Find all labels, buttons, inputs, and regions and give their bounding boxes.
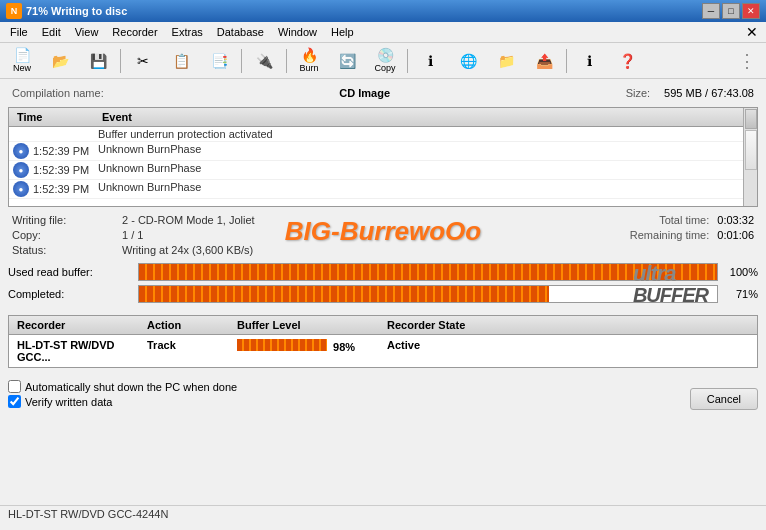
completed-fill xyxy=(139,286,549,302)
compilation-name-label: Compilation name: xyxy=(12,87,104,99)
copy-row: Copy: 1 / 1 xyxy=(8,228,383,242)
sep2 xyxy=(241,49,242,73)
cut-button[interactable]: ✂ xyxy=(125,46,161,76)
paste-button[interactable]: 📑 xyxy=(201,46,237,76)
verify-checkbox[interactable] xyxy=(8,395,21,408)
log-event-2: Unknown BurnPhase xyxy=(98,162,753,178)
log-row-0: Buffer underrun protection activated xyxy=(9,127,757,142)
total-time-value: 0:03:32 xyxy=(717,214,754,226)
menu-database[interactable]: Database xyxy=(211,24,270,40)
menu-help[interactable]: Help xyxy=(325,24,360,40)
verify-label[interactable]: Verify written data xyxy=(25,396,112,408)
read-buffer-label: Used read buffer: xyxy=(8,266,138,278)
log-container: Time Event Buffer underrun protection ac… xyxy=(8,107,758,207)
maximize-button[interactable]: □ xyxy=(722,3,740,19)
log-scrollbar[interactable] xyxy=(743,108,757,206)
log-time-2: ● 1:52:39 PM xyxy=(13,162,98,178)
save-button[interactable]: 💾 xyxy=(80,46,116,76)
remaining-time-value: 0:01:06 xyxy=(717,229,754,241)
status-text: HL-DT-ST RW/DVD GCC-4244N xyxy=(8,508,168,520)
rec-state-0: Active xyxy=(383,338,753,364)
log-icon-3: ● xyxy=(13,181,29,197)
status-row: Status: Writing at 24x (3,600 KB/s) xyxy=(8,243,383,257)
burn-label: Burn xyxy=(299,63,318,73)
log-col-time: Time xyxy=(13,110,98,124)
menu-edit[interactable]: Edit xyxy=(36,24,67,40)
paste-icon: 📑 xyxy=(211,54,228,68)
menu-recorder[interactable]: Recorder xyxy=(106,24,163,40)
menu-view[interactable]: View xyxy=(69,24,105,40)
copy-button[interactable]: 💿 Copy xyxy=(367,46,403,76)
minimize-button[interactable]: ─ xyxy=(702,3,720,19)
copy-icon: 💿 xyxy=(377,48,394,62)
new-button[interactable]: 📄 New xyxy=(4,46,40,76)
web-button[interactable]: 🌐 xyxy=(450,46,486,76)
device-button[interactable]: 🔌 xyxy=(246,46,282,76)
recorder-row-0: HL-DT-ST RW/DVD GCC... Track 98% Active xyxy=(9,335,757,367)
read-buffer-pct: 100% xyxy=(718,266,758,278)
toolbar: 📄 New 📂 💾 ✂ 📋 📑 🔌 🔥 Burn 🔄 💿 Copy ℹ 🌐 📁 xyxy=(0,43,766,79)
rec-buf-pct: 98% xyxy=(333,341,355,353)
log-header: Time Event xyxy=(9,108,757,127)
rec-col-buffer: Buffer Level xyxy=(233,318,383,332)
about-button[interactable]: ℹ xyxy=(571,46,607,76)
compilation-bar: Compilation name: CD Image Size: 595 MB … xyxy=(8,85,758,101)
read-buffer-bar xyxy=(138,263,718,281)
copy-label: Copy xyxy=(374,63,395,73)
auto-shutdown-label[interactable]: Automatically shut down the PC when done xyxy=(25,381,237,393)
status-value: Writing at 24x (3,600 KB/s) xyxy=(122,244,253,256)
status-bar: HL-DT-ST RW/DVD GCC-4244N xyxy=(0,505,766,522)
title-bar: N 71% Writing to disc ─ □ ✕ xyxy=(0,0,766,22)
copy-value: 1 / 1 xyxy=(122,229,143,241)
refresh-icon: 🔄 xyxy=(339,54,356,68)
log-time-0 xyxy=(13,128,98,140)
new-icon: 📄 xyxy=(14,48,31,62)
menu-file[interactable]: File xyxy=(4,24,34,40)
log-event-1: Unknown BurnPhase xyxy=(98,143,753,159)
compilation-name-value: CD Image xyxy=(114,87,616,99)
new-label: New xyxy=(13,63,31,73)
cancel-button[interactable]: Cancel xyxy=(690,388,758,410)
remaining-time-label: Remaining time: xyxy=(630,229,709,241)
recorder-header: Recorder Action Buffer Level Recorder St… xyxy=(9,316,757,335)
recorder-table: Recorder Action Buffer Level Recorder St… xyxy=(8,315,758,368)
burn-button[interactable]: 🔥 Burn xyxy=(291,46,327,76)
cut-icon: ✂ xyxy=(137,54,149,68)
log-time-3: ● 1:52:39 PM xyxy=(13,181,98,197)
folder-button[interactable]: 📁 xyxy=(488,46,524,76)
rec-col-recorder: Recorder xyxy=(13,318,143,332)
refresh-button[interactable]: 🔄 xyxy=(329,46,365,76)
save-icon: 💾 xyxy=(90,54,107,68)
grip-icon: ⋮ xyxy=(732,50,762,72)
close-button[interactable]: ✕ xyxy=(742,3,760,19)
buffer-text: BUFFER xyxy=(633,285,708,305)
writing-info-section: Writing file: 2 - CD-ROM Mode 1, Joliet … xyxy=(8,213,758,257)
help-icon: ❓ xyxy=(619,54,636,68)
completed-label: Completed: xyxy=(8,288,138,300)
writing-file-label: Writing file: xyxy=(12,214,122,226)
status-label: Status: xyxy=(12,244,122,256)
copy-label: Copy: xyxy=(12,229,122,241)
sep1 xyxy=(120,49,121,73)
copy-files-button[interactable]: 📋 xyxy=(163,46,199,76)
completed-pct: 71% xyxy=(718,288,758,300)
open-icon: 📂 xyxy=(52,54,69,68)
help-button[interactable]: ❓ xyxy=(609,46,645,76)
export-button[interactable]: 📤 xyxy=(526,46,562,76)
title-controls: ─ □ ✕ xyxy=(702,3,760,19)
open-button[interactable]: 📂 xyxy=(42,46,78,76)
log-icon-1: ● xyxy=(13,143,29,159)
log-icon-2: ● xyxy=(13,162,29,178)
info-icon: ℹ xyxy=(428,54,433,68)
log-event-0: Buffer underrun protection activated xyxy=(98,128,753,140)
read-buffer-fill xyxy=(139,264,717,280)
info-button[interactable]: ℹ xyxy=(412,46,448,76)
web-icon: 🌐 xyxy=(460,54,477,68)
completed-bar xyxy=(138,285,718,303)
menu-extras[interactable]: Extras xyxy=(166,24,209,40)
auto-shutdown-checkbox[interactable] xyxy=(8,380,21,393)
menu-window[interactable]: Window xyxy=(272,24,323,40)
rec-col-action: Action xyxy=(143,318,233,332)
sep5 xyxy=(566,49,567,73)
close-x[interactable]: ✕ xyxy=(742,24,762,40)
